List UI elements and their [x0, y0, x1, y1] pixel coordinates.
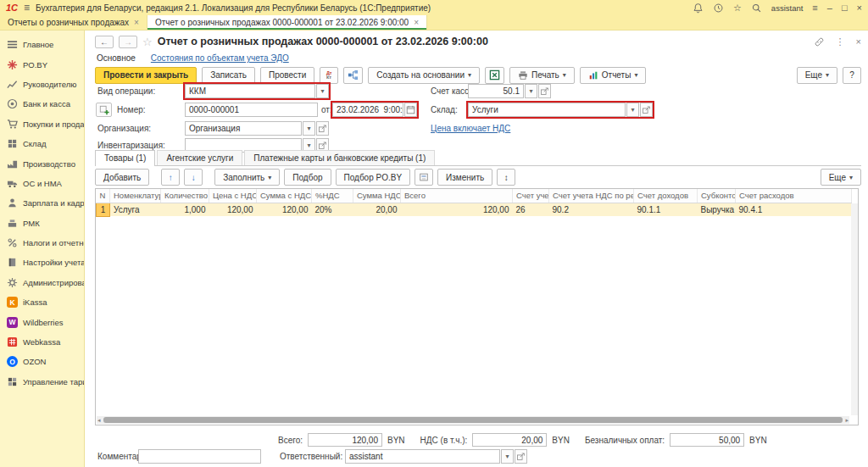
price-includes-vat-link[interactable]: Цена включает НДС	[431, 124, 510, 133]
set-number-button[interactable]	[96, 103, 112, 117]
warehouse-field[interactable]: Услуги ▾	[468, 103, 653, 117]
open-item-icon[interactable]	[515, 449, 527, 464]
date-field[interactable]: 23.02.2026 9:00:00	[332, 103, 417, 117]
favorite-star-icon[interactable]: ☆	[142, 36, 153, 48]
more-button[interactable]: Еще ▾	[797, 67, 837, 84]
close-window-icon[interactable]: ×	[857, 3, 862, 13]
tab-close-icon[interactable]: ×	[134, 18, 139, 27]
sidebar-item-salary-hr[interactable]: Зарплата и кадры	[0, 193, 84, 213]
pick-button[interactable]: Подбор	[284, 169, 331, 186]
row-height-button[interactable]: ↕	[497, 169, 515, 186]
fill-button[interactable]: Заполнить ▾	[214, 169, 280, 186]
write-button[interactable]: Записать	[202, 67, 255, 84]
show-postings-button[interactable]: ДтКт	[320, 67, 338, 84]
sidebar-item-ikassa[interactable]: K iKassa	[0, 292, 84, 312]
sidebar-item-webkassa[interactable]: Webkassa	[0, 332, 84, 352]
search-icon[interactable]	[751, 3, 762, 14]
sidebar-item-production[interactable]: Производство	[0, 153, 84, 173]
dropdown-arrow-icon[interactable]: ▾	[316, 84, 329, 98]
responsible-value[interactable]: assistant	[345, 449, 500, 464]
nav-main[interactable]: Основное	[97, 53, 136, 63]
create-on-basis-button[interactable]: Создать на основании ▾	[368, 67, 480, 84]
print-button[interactable]: Печать ▾	[509, 67, 575, 84]
scrollbar-thumb[interactable]	[103, 417, 843, 423]
organization-field[interactable]: Организация ▾	[185, 121, 329, 136]
tab-retail-reports-list[interactable]: Отчеты о розничных продажах ×	[0, 15, 147, 30]
vat-value[interactable]: 20,00	[472, 433, 547, 447]
favorites-star-icon[interactable]: ☆	[733, 3, 742, 13]
number-field[interactable]: 0000-000001	[185, 103, 318, 117]
get-link-icon[interactable]	[814, 36, 825, 47]
table-more-button[interactable]: Еще ▾	[821, 169, 861, 186]
help-button[interactable]: ?	[843, 67, 861, 84]
main-menu-icon[interactable]: ≡	[24, 2, 30, 14]
open-item-icon[interactable]	[538, 84, 551, 98]
responsible-field[interactable]: assistant ▾	[345, 449, 527, 464]
post-and-close-button[interactable]: Провести и закрыть	[95, 67, 197, 84]
sidebar-item-warehouse[interactable]: Склад	[0, 134, 84, 153]
dropdown-arrow-icon[interactable]: ▾	[303, 121, 315, 136]
sidebar-item-rmk[interactable]: РМК	[0, 214, 84, 233]
sidebar-item-ozon[interactable]: O OZON	[0, 352, 84, 371]
sidebar-item-tariff-management[interactable]: Управление тарифом	[0, 372, 84, 392]
sidebar-item-accounting-settings[interactable]: Настройки учета	[0, 253, 84, 272]
forward-button[interactable]: →	[119, 36, 137, 48]
document-structure-button[interactable]	[343, 67, 363, 84]
sidebar-item-fixed-assets[interactable]: ОС и НМА	[0, 174, 84, 193]
maximize-icon[interactable]: □	[842, 3, 848, 13]
operation-type-value[interactable]: ККМ	[185, 84, 315, 98]
tab-agent-services[interactable]: Агентские услуги	[157, 150, 242, 165]
sidebar-item-purchases-sales[interactable]: Покупки и продажи	[0, 114, 84, 134]
horizontal-scrollbar[interactable]: ◂ ▸	[97, 416, 849, 424]
edit-row-button[interactable]: Изменить	[437, 169, 492, 186]
notifications-bell-icon[interactable]	[693, 3, 704, 14]
minimize-icon[interactable]: –	[827, 3, 832, 13]
sidebar-item-poby[interactable]: PO.BY	[0, 54, 84, 74]
window-menu-icon[interactable]: ⋮	[836, 36, 845, 47]
comment-input[interactable]	[138, 449, 261, 464]
dropdown-arrow-icon[interactable]: ▾	[501, 449, 514, 464]
organization-value[interactable]: Организация	[185, 121, 302, 136]
post-button[interactable]: Провести	[260, 67, 314, 84]
pick-poby-button[interactable]: Подбор PO.BY	[336, 169, 411, 186]
cash-account-value[interactable]: 50.1	[468, 84, 524, 98]
cash-account-field[interactable]: 50.1 ▾	[468, 84, 551, 98]
move-row-down-button[interactable]: ↓	[184, 169, 203, 186]
open-item-icon[interactable]	[316, 121, 329, 136]
warehouse-value[interactable]: Услуги	[468, 103, 626, 117]
back-button[interactable]: ←	[95, 36, 114, 48]
tab-close-icon[interactable]: ×	[414, 18, 419, 27]
table-row[interactable]: 1 Услуга 1,000 120,00 120,00 20% 20,00 1…	[97, 203, 852, 216]
dropdown-arrow-icon[interactable]: ▾	[626, 103, 639, 117]
scroll-left-icon[interactable]: ◂	[97, 416, 102, 424]
current-user[interactable]: assistant	[771, 3, 804, 13]
sidebar-item-administration[interactable]: Администрирование	[0, 273, 84, 292]
vertical-scrollbar[interactable]	[851, 203, 858, 415]
sidebar-item-main[interactable]: Главное	[0, 35, 84, 54]
sidebar-item-wildberries[interactable]: W Wildberries	[0, 312, 84, 331]
open-item-icon[interactable]	[640, 103, 653, 117]
nav-edo-states-link[interactable]: Состояния по объектам учета ЭДО	[151, 53, 289, 63]
history-icon[interactable]	[713, 3, 724, 14]
tab-goods[interactable]: Товары (1)	[95, 150, 155, 166]
reports-button[interactable]: Отчеты ▾	[580, 67, 647, 84]
tab-payment-cards[interactable]: Платежные карты и банковские кредиты (1)	[244, 150, 435, 165]
sidebar-item-manager[interactable]: Руководителю	[0, 75, 84, 94]
total-value[interactable]: 120,00	[308, 433, 382, 447]
move-row-up-button[interactable]: ↑	[161, 169, 180, 186]
date-value[interactable]: 23.02.2026 9:00:00	[332, 103, 403, 117]
export-excel-button[interactable]	[485, 67, 504, 84]
number-value[interactable]: 0000-000001	[185, 103, 318, 117]
scroll-right-icon[interactable]: ▸	[844, 416, 849, 424]
load-from-kkm-button[interactable]	[415, 169, 433, 186]
sidebar-item-taxes-reporting[interactable]: Налоги и отчетность	[0, 233, 84, 253]
service-menu-icon[interactable]: ≡	[812, 3, 817, 13]
calendar-icon[interactable]	[404, 103, 417, 117]
tab-retail-report-document[interactable]: Отчет о розничных продажах 0000-000001 о…	[147, 15, 427, 30]
close-document-icon[interactable]: ×	[856, 36, 861, 47]
add-row-button[interactable]: Добавить	[95, 169, 149, 186]
operation-type-field[interactable]: ККМ ▾	[185, 84, 329, 98]
dropdown-arrow-icon[interactable]: ▾	[525, 84, 537, 98]
sidebar-item-bank-cash[interactable]: Банк и касса	[0, 94, 84, 114]
cashless-value[interactable]: 50,00	[670, 433, 744, 447]
